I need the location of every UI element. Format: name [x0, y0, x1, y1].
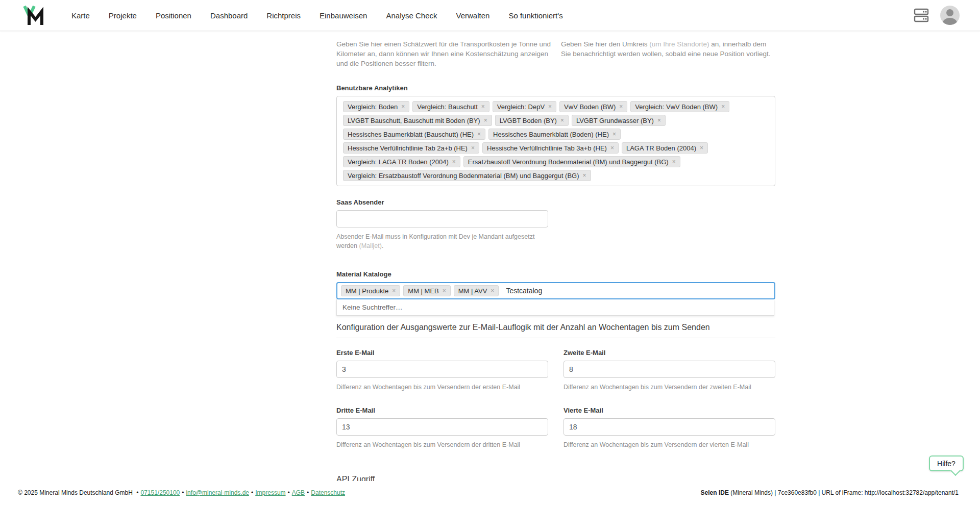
analytics-tag: Hessische Verfüllrichtlinie Tab 3a+b (HE…: [482, 142, 619, 154]
remove-tag-icon[interactable]: ×: [560, 117, 564, 123]
analytics-tag: LVGBT Grundwasser (BY)×: [572, 115, 666, 126]
remove-tag-icon[interactable]: ×: [484, 117, 487, 123]
nav-item-dashboard[interactable]: Dashboard: [210, 11, 248, 20]
email-days-input-2[interactable]: [564, 361, 775, 378]
remove-tag-icon[interactable]: ×: [452, 159, 456, 165]
api-access-heading: API Zugriff: [336, 449, 775, 481]
footer-link-agb[interactable]: AGB: [292, 489, 305, 496]
email-field-label: Dritte E-Mail: [336, 407, 548, 414]
footer-separator: •: [307, 489, 309, 496]
remove-tag-icon[interactable]: ×: [477, 131, 481, 137]
nav-item-verwalten[interactable]: Verwalten: [456, 11, 490, 20]
saas-sender-label: Saas Absender: [336, 198, 775, 206]
footer-separator: •: [182, 489, 184, 496]
email-field-help: Differenz an Wochentagen bis zum Versend…: [336, 440, 548, 449]
saas-sender-help: Absender E-Mail muss in Konfiguration mi…: [336, 232, 556, 250]
nav-item-projekte[interactable]: Projekte: [109, 11, 137, 20]
email-days-input-1[interactable]: [336, 361, 548, 378]
analytics-tag-label: LAGA TR Boden (2004): [626, 144, 696, 152]
footer: © 2025 Mineral Minds Deutschland GmbH •0…: [0, 481, 980, 507]
mineral-minds-logo-icon[interactable]: [22, 5, 45, 26]
email-days-input-3[interactable]: [336, 418, 548, 436]
email-config-heading: Konfiguration der Ausgangswerte zur E-Ma…: [336, 316, 775, 338]
analytics-tag-label: Vergleich: DepV: [497, 103, 545, 111]
analytics-tag: Vergleich: Ersatzbaustoff Verordnung Bod…: [343, 170, 591, 181]
user-avatar[interactable]: [940, 6, 960, 25]
remove-tag-icon[interactable]: ×: [491, 288, 494, 294]
analytics-tag: LVGBT Boden (BY)×: [495, 115, 569, 126]
footer-link-07151-250100[interactable]: 07151/250100: [141, 489, 180, 496]
analytics-tag: Vergleich: Bauschutt×: [412, 101, 489, 112]
remove-tag-icon[interactable]: ×: [672, 159, 676, 165]
email-field: Vierte E-MailDifferenz an Wochentagen bi…: [564, 407, 775, 449]
analytics-tag: Hessisches Baumerkblatt (Boden) (HE)×: [488, 129, 621, 140]
material-catalogs-input[interactable]: MM | Produkte×MM | MEB×MM | AVV×: [336, 282, 775, 299]
nav-item-analyse-check[interactable]: Analyse Check: [386, 11, 437, 20]
remove-tag-icon[interactable]: ×: [721, 104, 725, 110]
remove-tag-icon[interactable]: ×: [392, 288, 396, 294]
remove-tag-icon[interactable]: ×: [657, 117, 661, 123]
email-field-label: Zweite E-Mail: [564, 349, 775, 357]
catalog-tag-label: MM | AVV: [458, 287, 487, 295]
material-catalogs-label: Material Kataloge: [336, 270, 775, 278]
remove-tag-icon[interactable]: ×: [443, 288, 446, 294]
nav-item-karte[interactable]: Karte: [71, 11, 90, 20]
footer-separator: •: [288, 489, 290, 496]
analytics-tag-label: LVGBT Bauschutt, Bauschutt mit Boden (BY…: [348, 117, 480, 124]
remove-tag-icon[interactable]: ×: [610, 145, 614, 151]
nav-item-so-funktioniert-s[interactable]: So funktioniert's: [508, 11, 562, 20]
no-results-message: Keine Suchtreffer…: [342, 303, 403, 311]
catalog-tag: MM | AVV×: [454, 285, 499, 296]
nav-item-positionen[interactable]: Positionen: [156, 11, 191, 20]
analytics-tag: Vergleich: Boden×: [343, 101, 409, 112]
analytics-tag-label: Vergleich: Boden: [348, 103, 398, 111]
server-stack-icon[interactable]: [914, 8, 929, 22]
remove-tag-icon[interactable]: ×: [619, 104, 623, 110]
analytics-tag-row: Vergleich: Boden×Vergleich: Bauschutt×Ve…: [343, 101, 769, 112]
email-field-help: Differenz an Wochentagen bis zum Versend…: [564, 440, 775, 449]
email-days-input-4[interactable]: [564, 418, 775, 436]
footer-link-info-mineral-minds-de[interactable]: info@mineral-minds.de: [186, 489, 249, 496]
analytics-tagbox[interactable]: Vergleich: Boden×Vergleich: Bauschutt×Ve…: [336, 96, 775, 186]
footer-contact-links: © 2025 Mineral Minds Deutschland GmbH •0…: [18, 489, 345, 496]
analytics-tag-row: Vergleich: LAGA TR Boden (2004)×Ersatzba…: [343, 156, 769, 167]
footer-separator: •: [251, 489, 253, 496]
intro-help-texts: Geben Sie hier einen Schätzwert für die …: [336, 32, 775, 75]
settings-page: Geben Sie hier einen Schätzwert für die …: [0, 31, 980, 481]
catalog-search-dropdown: Keine Suchtreffer…: [336, 299, 774, 316]
analytics-label: Benutzbare Analytiken: [336, 84, 775, 92]
remove-tag-icon[interactable]: ×: [583, 172, 586, 179]
saas-sender-input[interactable]: [336, 210, 548, 227]
email-field: Dritte E-MailDifferenz an Wochentagen bi…: [336, 407, 548, 449]
remove-tag-icon[interactable]: ×: [401, 104, 405, 110]
nav-item-richtpreis[interactable]: Richtpreis: [266, 11, 301, 20]
remove-tag-icon[interactable]: ×: [548, 104, 552, 110]
analytics-tag: Vergleich: LAGA TR Boden (2004)×: [343, 156, 460, 167]
email-field-label: Vierte E-Mail: [564, 407, 775, 414]
email-field-help: Differenz an Wochentagen bis zum Versend…: [336, 383, 548, 392]
remove-tag-icon[interactable]: ×: [700, 145, 703, 151]
remove-tag-icon[interactable]: ×: [612, 131, 616, 137]
catalog-tag: MM | Produkte×: [341, 285, 400, 296]
remove-tag-icon[interactable]: ×: [481, 104, 485, 110]
help-button[interactable]: Hilfe?: [929, 455, 964, 471]
footer-separator: •: [136, 489, 138, 496]
analytics-tag-label: Vergleich: LAGA TR Boden (2004): [348, 158, 449, 166]
analytics-tag-row: Hessische Verfüllrichtlinie Tab 2a+b (HE…: [343, 142, 769, 154]
footer-link-datenschutz[interactable]: Datenschutz: [311, 489, 345, 496]
analytics-tag-label: Vergleich: Ersatzbaustoff Verordnung Bod…: [348, 172, 579, 180]
main-nav: KarteProjektePositionenDashboardRichtpre…: [71, 11, 563, 20]
analytics-tag: LVGBT Bauschutt, Bauschutt mit Boden (BY…: [343, 115, 492, 126]
footer-link-impressum[interactable]: Impressum: [255, 489, 285, 496]
material-catalog-search-input[interactable]: [505, 286, 771, 295]
email-field-label: Erste E-Mail: [336, 349, 548, 357]
footer-debug-info: Selen IDE (Mineral Minds) | 7ce360e83fb0…: [701, 489, 959, 496]
remove-tag-icon[interactable]: ×: [471, 145, 475, 151]
analytics-tag-row: LVGBT Bauschutt, Bauschutt mit Boden (BY…: [343, 115, 769, 126]
analytics-tag-label: LVGBT Grundwasser (BY): [576, 117, 654, 124]
analytics-tag-label: VwV Boden (BW): [564, 103, 616, 111]
analytics-tag-label: Vergleich: Bauschutt: [417, 103, 478, 111]
nav-item-einbauweisen[interactable]: Einbauweisen: [320, 11, 367, 20]
catalog-tag-label: MM | Produkte: [346, 287, 388, 295]
analytics-tag-row: Hessisches Baumerkblatt (Bauschutt) (HE)…: [343, 129, 769, 140]
